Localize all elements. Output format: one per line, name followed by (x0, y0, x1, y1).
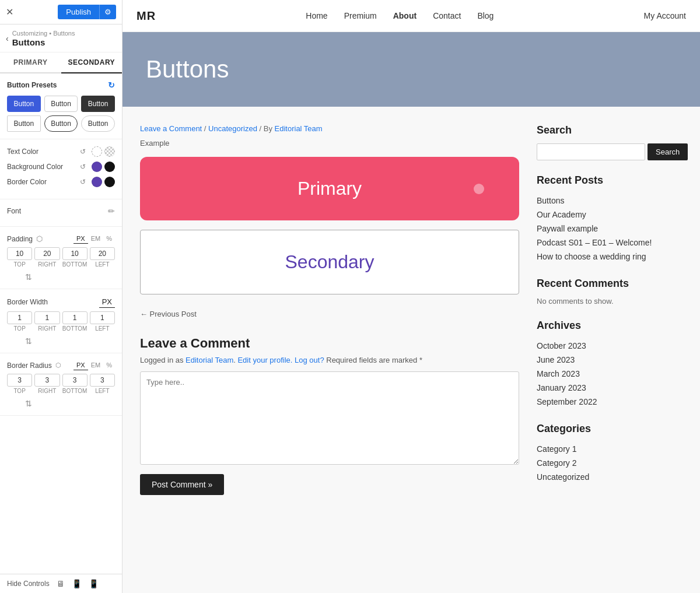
secondary-demo-button[interactable]: Secondary (140, 230, 519, 294)
padding-unit-em[interactable]: EM (88, 234, 104, 244)
text-color-swatch-grid[interactable] (104, 146, 115, 157)
radius-top-input[interactable] (7, 374, 32, 387)
border-radius-unit-pct[interactable]: % (103, 360, 115, 370)
refresh-icon[interactable]: ↻ (108, 80, 115, 90)
radius-link-icon[interactable]: ⇅ (25, 399, 32, 408)
list-item[interactable]: Our Academy (537, 208, 682, 222)
bg-color-swatch-black[interactable] (104, 162, 115, 172)
list-item[interactable]: Podcast S01 – E01 – Welcome! (537, 236, 682, 250)
border-radius-unit-em[interactable]: EM (88, 360, 104, 370)
border-color-row: Border Color ↺ (7, 177, 115, 187)
padding-left-input[interactable] (90, 247, 115, 260)
site-preview: MR Home Premium About Contact Blog My Ac… (123, 0, 700, 593)
padding-right-input[interactable] (34, 247, 60, 260)
tablet-icon[interactable]: 📱 (72, 579, 82, 588)
close-button[interactable]: ✕ (6, 6, 13, 17)
nav-links: Home Premium About Contact Blog (306, 10, 494, 21)
preset-btn-5[interactable]: Button (44, 115, 78, 132)
categories-heading: Categories (537, 423, 682, 435)
list-item[interactable]: Uncategorized (537, 470, 682, 484)
customizer-panel: ✕ Publish ⚙ ‹ Customizing • Buttons Butt… (0, 0, 123, 593)
text-color-refresh-icon[interactable]: ↺ (80, 148, 86, 156)
border-radius-unit-px[interactable]: PX (74, 360, 88, 370)
border-color-refresh-icon[interactable]: ↺ (80, 178, 86, 186)
font-row: Font ✏ (7, 206, 115, 216)
padding-unit-pct[interactable]: % (103, 234, 115, 244)
list-item[interactable]: Buttons (537, 194, 682, 208)
border-color-swatch-purple[interactable] (92, 177, 102, 187)
list-item[interactable]: How to choose a wedding ring (537, 250, 682, 264)
tab-secondary[interactable]: SECONDARY (61, 52, 123, 73)
search-button[interactable]: Search (648, 143, 688, 160)
log-out-link[interactable]: Log out? (295, 356, 324, 364)
padding-top-input[interactable] (7, 247, 32, 260)
archives-list: October 2023 June 2023 March 2023 Januar… (537, 339, 682, 409)
border-top-input[interactable] (7, 311, 32, 324)
border-color-label: Border Color (7, 178, 80, 186)
publish-settings-button[interactable]: ⚙ (99, 5, 116, 19)
list-item[interactable]: Category 1 (537, 442, 682, 456)
padding-unit-px[interactable]: PX (74, 234, 88, 244)
prev-post-link[interactable]: ← Previous Post (140, 310, 197, 318)
uncategorized-link[interactable]: Uncategorized (208, 124, 257, 133)
padding-bottom-input[interactable] (62, 247, 88, 260)
preset-btn-6[interactable]: Button (81, 115, 115, 132)
hide-controls-label[interactable]: Hide Controls (7, 580, 50, 588)
nav-premium[interactable]: Premium (344, 11, 377, 20)
post-comment-button[interactable]: Post Comment » (140, 474, 224, 495)
nav-account[interactable]: My Account (644, 11, 686, 20)
list-item[interactable]: October 2023 (537, 339, 682, 353)
border-left-input[interactable] (90, 311, 115, 324)
border-radius-responsive-icon[interactable]: ⬡ (55, 362, 61, 369)
nav-contact[interactable]: Contact (433, 11, 461, 20)
hero-title: Buttons (146, 55, 677, 83)
comment-textarea[interactable] (140, 371, 519, 465)
breadcrumb: ‹ Customizing • Buttons Buttons (0, 24, 122, 52)
mobile-icon[interactable]: 📱 (89, 579, 99, 588)
leave-comment-link[interactable]: Leave a Comment (140, 124, 202, 133)
nav-blog[interactable]: Blog (477, 11, 494, 20)
sidebar: Search Search Recent Posts Buttons Our A… (537, 124, 682, 498)
radius-bottom-cell: BOTTOM (62, 374, 88, 394)
preset-btn-2[interactable]: Button (44, 96, 78, 112)
list-item[interactable]: September 2022 (537, 395, 682, 409)
nav-home[interactable]: Home (306, 11, 327, 20)
presets-grid: Button Button Button Button Button Butto… (7, 96, 115, 132)
bg-color-refresh-icon[interactable]: ↺ (80, 163, 86, 171)
font-edit-icon[interactable]: ✏ (108, 206, 115, 216)
border-width-link-icon[interactable]: ⇅ (25, 336, 32, 346)
nav-about[interactable]: About (393, 11, 416, 20)
author-link[interactable]: Editorial Team (275, 124, 323, 133)
search-input[interactable] (537, 143, 645, 160)
list-item[interactable]: Paywall example (537, 222, 682, 236)
tab-primary[interactable]: PRIMARY (0, 52, 61, 72)
border-color-swatch-black[interactable] (104, 177, 115, 187)
padding-responsive-icon[interactable]: ⬡ (36, 234, 43, 243)
desktop-icon[interactable]: 🖥 (57, 579, 65, 588)
radius-left-input[interactable] (90, 374, 115, 387)
list-item[interactable]: March 2023 (537, 367, 682, 381)
archives-heading: Archives (537, 320, 682, 332)
publish-button[interactable]: Publish (58, 5, 99, 19)
padding-link-icon[interactable]: ⇅ (25, 272, 32, 282)
border-width-unit[interactable]: PX (99, 296, 115, 308)
author-profile-link[interactable]: Editorial Team (186, 356, 233, 364)
radius-bottom-input[interactable] (62, 374, 88, 387)
back-arrow-icon[interactable]: ‹ (6, 34, 9, 43)
primary-demo-button[interactable]: Primary (140, 157, 519, 220)
leave-comment-heading: Leave a Comment (140, 336, 519, 351)
list-item[interactable]: January 2023 (537, 381, 682, 395)
list-item[interactable]: Category 2 (537, 456, 682, 470)
border-right-input[interactable] (34, 311, 60, 324)
preset-btn-4[interactable]: Button (7, 115, 41, 132)
preset-btn-1[interactable]: Button (7, 96, 41, 112)
edit-profile-link[interactable]: Edit your profile. (237, 356, 292, 364)
border-bottom-input[interactable] (62, 311, 88, 324)
bg-color-swatch-purple[interactable] (92, 162, 102, 172)
border-right-label: RIGHT (34, 325, 60, 332)
text-color-swatch-empty[interactable] (92, 146, 102, 157)
radius-right-input[interactable] (34, 374, 60, 387)
border-radius-label: Border Radius (7, 362, 52, 370)
preset-btn-3[interactable]: Button (81, 96, 115, 112)
list-item[interactable]: June 2023 (537, 353, 682, 367)
